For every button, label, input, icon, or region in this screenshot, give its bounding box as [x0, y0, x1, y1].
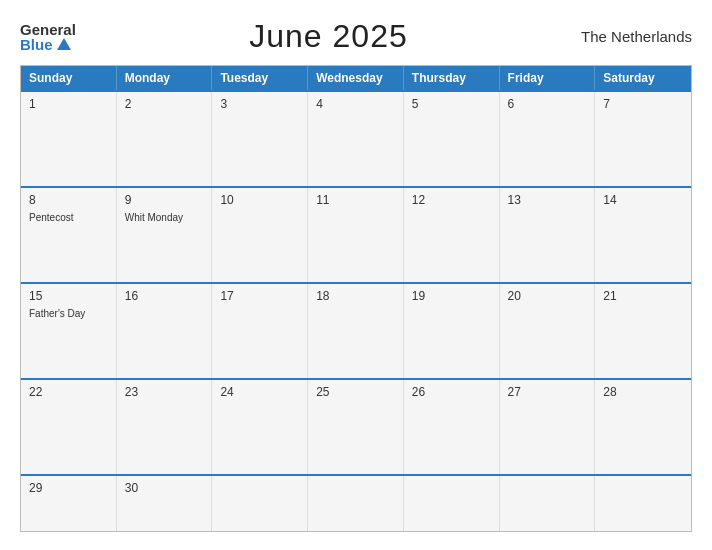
day-event: Pentecost — [29, 211, 108, 224]
calendar-cell-4-7: 28 — [595, 380, 691, 474]
header-thursday: Thursday — [404, 66, 500, 90]
logo: General Blue — [20, 22, 76, 52]
calendar-cell-3-3: 17 — [212, 284, 308, 378]
logo-blue-text: Blue — [20, 37, 76, 52]
day-number: 29 — [29, 481, 108, 495]
calendar-cell-1-2: 2 — [117, 92, 213, 186]
calendar-cell-1-3: 3 — [212, 92, 308, 186]
day-number: 20 — [508, 289, 587, 303]
calendar-cell-2-1: 8Pentecost — [21, 188, 117, 282]
calendar-cell-5-7 — [595, 476, 691, 531]
day-number: 23 — [125, 385, 204, 399]
day-number: 30 — [125, 481, 204, 495]
calendar-week-3: 15Father's Day161718192021 — [21, 282, 691, 378]
calendar-cell-4-6: 27 — [500, 380, 596, 474]
calendar-cell-5-5 — [404, 476, 500, 531]
header-tuesday: Tuesday — [212, 66, 308, 90]
header-monday: Monday — [117, 66, 213, 90]
day-number: 25 — [316, 385, 395, 399]
day-number: 12 — [412, 193, 491, 207]
calendar-cell-2-2: 9Whit Monday — [117, 188, 213, 282]
day-number: 15 — [29, 289, 108, 303]
calendar-cell-4-5: 26 — [404, 380, 500, 474]
day-number: 10 — [220, 193, 299, 207]
day-number: 17 — [220, 289, 299, 303]
calendar-cell-5-6 — [500, 476, 596, 531]
day-event: Father's Day — [29, 307, 108, 320]
calendar-cell-3-1: 15Father's Day — [21, 284, 117, 378]
day-number: 5 — [412, 97, 491, 111]
day-number: 7 — [603, 97, 683, 111]
calendar-cell-1-1: 1 — [21, 92, 117, 186]
calendar-cell-2-4: 11 — [308, 188, 404, 282]
day-number: 26 — [412, 385, 491, 399]
header-sunday: Sunday — [21, 66, 117, 90]
day-number: 18 — [316, 289, 395, 303]
calendar-cell-1-5: 5 — [404, 92, 500, 186]
calendar-cell-1-6: 6 — [500, 92, 596, 186]
calendar-cell-5-1: 29 — [21, 476, 117, 531]
calendar-cell-5-3 — [212, 476, 308, 531]
calendar-cell-4-4: 25 — [308, 380, 404, 474]
calendar-title: June 2025 — [249, 18, 407, 55]
day-number: 4 — [316, 97, 395, 111]
calendar-week-1: 1234567 — [21, 90, 691, 186]
calendar-cell-3-4: 18 — [308, 284, 404, 378]
calendar-cell-2-3: 10 — [212, 188, 308, 282]
day-number: 1 — [29, 97, 108, 111]
calendar-cell-5-2: 30 — [117, 476, 213, 531]
header-saturday: Saturday — [595, 66, 691, 90]
calendar-week-2: 8Pentecost9Whit Monday1011121314 — [21, 186, 691, 282]
day-number: 11 — [316, 193, 395, 207]
day-number: 27 — [508, 385, 587, 399]
calendar-cell-4-1: 22 — [21, 380, 117, 474]
calendar-body: 12345678Pentecost9Whit Monday10111213141… — [21, 90, 691, 531]
country-label: The Netherlands — [581, 28, 692, 45]
calendar-cell-2-5: 12 — [404, 188, 500, 282]
day-number: 9 — [125, 193, 204, 207]
day-event: Whit Monday — [125, 211, 204, 224]
calendar-cell-3-7: 21 — [595, 284, 691, 378]
calendar-header-row: Sunday Monday Tuesday Wednesday Thursday… — [21, 66, 691, 90]
calendar-cell-3-2: 16 — [117, 284, 213, 378]
calendar-grid: Sunday Monday Tuesday Wednesday Thursday… — [20, 65, 692, 532]
day-number: 19 — [412, 289, 491, 303]
day-number: 24 — [220, 385, 299, 399]
day-number: 14 — [603, 193, 683, 207]
header-friday: Friday — [500, 66, 596, 90]
calendar-cell-1-4: 4 — [308, 92, 404, 186]
calendar-cell-2-6: 13 — [500, 188, 596, 282]
calendar-cell-2-7: 14 — [595, 188, 691, 282]
day-number: 3 — [220, 97, 299, 111]
day-number: 16 — [125, 289, 204, 303]
header-wednesday: Wednesday — [308, 66, 404, 90]
calendar-cell-3-5: 19 — [404, 284, 500, 378]
calendar-cell-1-7: 7 — [595, 92, 691, 186]
calendar-cell-4-3: 24 — [212, 380, 308, 474]
header: General Blue June 2025 The Netherlands — [20, 18, 692, 55]
calendar-week-5: 2930 — [21, 474, 691, 531]
calendar-page: General Blue June 2025 The Netherlands S… — [0, 0, 712, 550]
day-number: 2 — [125, 97, 204, 111]
calendar-cell-3-6: 20 — [500, 284, 596, 378]
calendar-cell-5-4 — [308, 476, 404, 531]
day-number: 28 — [603, 385, 683, 399]
day-number: 13 — [508, 193, 587, 207]
calendar-week-4: 22232425262728 — [21, 378, 691, 474]
day-number: 6 — [508, 97, 587, 111]
day-number: 21 — [603, 289, 683, 303]
calendar-cell-4-2: 23 — [117, 380, 213, 474]
day-number: 22 — [29, 385, 108, 399]
logo-triangle-icon — [57, 38, 71, 50]
day-number: 8 — [29, 193, 108, 207]
logo-general-text: General — [20, 22, 76, 37]
